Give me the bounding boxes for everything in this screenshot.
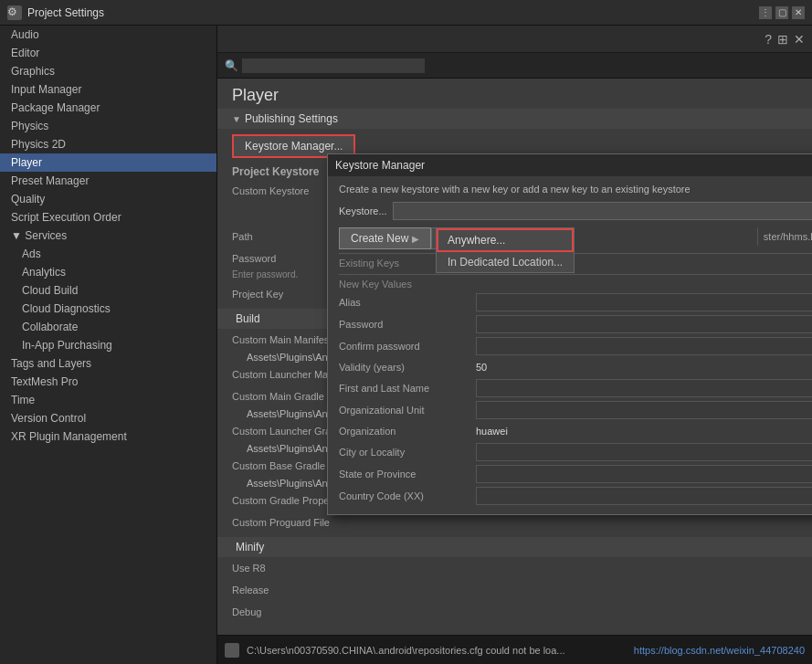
- sidebar-item-time[interactable]: Time: [0, 391, 216, 409]
- layout-icon[interactable]: ⊞: [777, 32, 788, 47]
- new-password-row: Password: [339, 313, 812, 335]
- use-r8-row: Use R8: [217, 557, 812, 579]
- first-last-name-label: First and Last Name: [339, 383, 476, 394]
- popup-body: Create a new keystore with a new key or …: [328, 176, 812, 514]
- city-locality-input[interactable]: [476, 443, 812, 461]
- organization-value: huawei: [476, 426, 812, 437]
- create-new-label: Create New: [351, 232, 408, 245]
- create-new-chevron: ▶: [412, 234, 419, 244]
- new-key-values-title: New Key Values: [339, 274, 812, 291]
- sidebar-item-preset-manager[interactable]: Preset Manager: [0, 172, 216, 190]
- sidebar-item-editor[interactable]: Editor: [0, 44, 216, 62]
- anywhere-menu-item[interactable]: Anywhere...: [437, 228, 574, 252]
- minify-label: Minify: [236, 541, 264, 553]
- section-label: Publishing Settings: [245, 112, 338, 125]
- release-label: Release: [232, 585, 433, 595]
- use-r8-label: Use R8: [232, 563, 433, 574]
- keystore-dropdown[interactable]: [393, 202, 812, 220]
- state-province-label: State or Province: [339, 469, 476, 480]
- first-last-name-row: First and Last Name: [339, 377, 812, 399]
- dedicated-location-menu-item[interactable]: In Dedicated Location...: [437, 252, 574, 272]
- minify-section[interactable]: Minify: [217, 537, 812, 557]
- country-code-row: Country Code (XX): [339, 485, 812, 507]
- sidebar-item-package-manager[interactable]: Package Manager: [0, 99, 216, 117]
- sidebar-item-textmesh-pro[interactable]: TextMesh Pro: [0, 373, 216, 391]
- title-bar: ⚙ Project Settings ⋮ ▢ ✕: [0, 0, 812, 26]
- validity-value: 50: [476, 362, 812, 373]
- page-title: Player: [217, 79, 812, 109]
- new-password-label: Password: [339, 319, 476, 330]
- sidebar-item-physics[interactable]: Physics: [0, 117, 216, 135]
- search-input[interactable]: [242, 58, 425, 73]
- status-link: https://blog.csdn.net/weixin_44708240: [634, 645, 805, 656]
- keystore-row: Keystore... ▾: [339, 202, 812, 220]
- first-last-name-input[interactable]: [476, 379, 812, 397]
- popup-description: Create a new keystore with a new key or …: [339, 184, 812, 195]
- organizational-unit-row: Organizational Unit: [339, 399, 812, 421]
- validity-label: Validity (years): [339, 362, 476, 373]
- search-icon: 🔍: [225, 59, 238, 72]
- build-label: Build: [236, 312, 260, 325]
- sidebar: Audio Editor Graphics Input Manager Pack…: [0, 26, 217, 664]
- validity-row: Validity (years) 50: [339, 357, 812, 377]
- close-button[interactable]: ✕: [792, 6, 805, 19]
- country-code-input[interactable]: [476, 487, 812, 505]
- status-bar: C:\Users\n00370590.CHINA\.android\reposi…: [217, 635, 812, 664]
- alias-label: Alias: [339, 297, 476, 308]
- custom-proguard-file-label: Custom Proguard File: [232, 517, 433, 528]
- content-toolbar: ? ⊞ ✕: [217, 26, 812, 53]
- menu-button[interactable]: ⋮: [759, 6, 772, 19]
- sidebar-item-analytics[interactable]: Analytics: [0, 263, 216, 281]
- sidebar-item-tags-and-layers[interactable]: Tags and Layers: [0, 354, 216, 373]
- sidebar-item-ads[interactable]: Ads: [0, 245, 216, 263]
- status-main-text: C:\Users\n00370590.CHINA\.android\reposi…: [247, 645, 627, 656]
- sidebar-item-services[interactable]: ▼ Services: [0, 227, 216, 245]
- close-icon[interactable]: ✕: [794, 32, 805, 47]
- window-title: Project Settings: [27, 6, 759, 19]
- search-bar: 🔍: [217, 53, 812, 79]
- debug-row: Debug: [217, 601, 812, 623]
- sidebar-item-audio[interactable]: Audio: [0, 26, 216, 44]
- existing-keys-title: Existing Keys: [339, 253, 812, 270]
- sidebar-item-version-control[interactable]: Version Control: [0, 409, 216, 427]
- alias-input[interactable]: [476, 293, 812, 311]
- organization-row: Organization huawei: [339, 421, 812, 441]
- popup-title: Keystore Manager: [335, 159, 425, 172]
- sidebar-item-cloud-diagnostics[interactable]: Cloud Diagnostics: [0, 300, 216, 318]
- country-code-label: Country Code (XX): [339, 490, 476, 501]
- maximize-button[interactable]: ▢: [775, 6, 788, 19]
- create-new-submenu: Anywhere... In Dedicated Location...: [436, 227, 575, 273]
- sidebar-item-input-manager[interactable]: Input Manager: [0, 80, 216, 99]
- section-arrow: ▼: [232, 114, 241, 124]
- popup-title-bar: Keystore Manager ✕: [328, 154, 812, 176]
- city-locality-label: City or Locality: [339, 447, 476, 458]
- sidebar-item-xr-plugin-management[interactable]: XR Plugin Management: [0, 427, 216, 446]
- status-icon: [225, 643, 239, 658]
- sidebar-item-quality[interactable]: Quality: [0, 190, 216, 208]
- window-controls: ⋮ ▢ ✕: [759, 6, 805, 19]
- sidebar-item-physics-2d[interactable]: Physics 2D: [0, 135, 216, 153]
- sidebar-item-in-app-purchasing[interactable]: In-App Purchasing: [0, 336, 216, 354]
- city-locality-row: City or Locality: [339, 441, 812, 463]
- sidebar-item-player[interactable]: Player: [0, 153, 216, 172]
- confirm-password-label: Confirm password: [339, 341, 476, 352]
- new-password-input[interactable]: [476, 315, 812, 333]
- create-new-button[interactable]: Create New ▶: [339, 227, 431, 249]
- publishing-settings-section[interactable]: ▼ Publishing Settings: [217, 109, 812, 129]
- state-province-row: State or Province: [339, 463, 812, 485]
- sidebar-item-cloud-build[interactable]: Cloud Build: [0, 281, 216, 300]
- keystore-manager-dialog: Keystore Manager ✕ Create a new keystore…: [327, 153, 812, 515]
- sidebar-item-script-execution-order[interactable]: Script Execution Order: [0, 208, 216, 227]
- path-hint: ster/hhms.keysto: [757, 227, 812, 246]
- confirm-password-input[interactable]: [476, 337, 812, 355]
- menu-row: Create New ▶ Select Existing ▶ Anywhere.…: [339, 227, 812, 249]
- sidebar-item-collaborate[interactable]: Collaborate: [0, 318, 216, 336]
- keystore-label: Keystore...: [339, 206, 387, 216]
- organizational-unit-input[interactable]: [476, 401, 812, 419]
- alias-row: Alias: [339, 291, 812, 313]
- sidebar-item-graphics[interactable]: Graphics: [0, 62, 216, 80]
- help-icon[interactable]: ?: [765, 32, 772, 47]
- state-province-input[interactable]: [476, 465, 812, 483]
- release-row: Release: [217, 579, 812, 601]
- app-icon: ⚙: [7, 5, 22, 20]
